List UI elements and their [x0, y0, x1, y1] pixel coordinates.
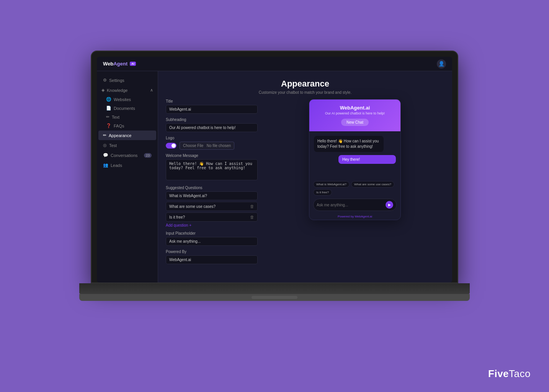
laptop-base: [79, 283, 470, 294]
logo-label: Logo: [166, 136, 258, 140]
laptop-bottom: [79, 294, 470, 301]
content-area: Title Subheading Logo: [158, 99, 452, 283]
chat-widget-preview: WebAgent.ai Our AI powered chatbot is he…: [309, 99, 401, 220]
logo-section: Logo Choose File No file chosen: [166, 136, 258, 150]
sidebar-item-text[interactable]: ✏ Text: [97, 113, 158, 121]
user-icon-button[interactable]: 👤: [437, 59, 446, 69]
preview-panel: WebAgent.ai Our AI powered chatbot is he…: [265, 99, 444, 275]
laptop-notch: [252, 296, 297, 299]
conversations-icon: 💬: [103, 153, 108, 158]
chat-powered-by: Powered by WebAgent.ai: [309, 213, 400, 220]
chat-input-field[interactable]: [317, 203, 383, 207]
suggestion-chip-2[interactable]: What are some use cases?: [351, 181, 394, 188]
logo-text: WebAgent: [103, 61, 127, 67]
chat-header-title: WebAgent.ai: [314, 105, 396, 111]
sidebar-item-websites[interactable]: 🌐 Websites: [97, 95, 158, 104]
knowledge-icon: ◈: [101, 88, 105, 93]
powered-by-section: Powered By: [166, 250, 258, 264]
title-input[interactable]: [166, 105, 258, 114]
page-subtitle: Customize your chatbot to match your bra…: [166, 90, 444, 95]
suggestion-chip-1[interactable]: What is WebAgent.ai?: [313, 181, 350, 188]
suggested-q3-text: Is it free?: [169, 215, 185, 219]
app-logo: WebAgent AI: [103, 61, 136, 67]
input-placeholder-section: Input Placeholder: [166, 231, 258, 246]
leads-label: Leads: [111, 163, 122, 168]
knowledge-label-wrap: ◈ Knowledge: [101, 88, 127, 93]
sidebar-item-documents[interactable]: 📄 Documents: [97, 104, 158, 113]
logo-agent: Agent: [113, 61, 127, 67]
documents-label: Documents: [114, 106, 135, 111]
title-label: Title: [166, 99, 258, 103]
powered-link[interactable]: WebAgent.ai: [355, 215, 372, 218]
send-button[interactable]: ▶: [386, 201, 393, 209]
top-bar: WebAgent AI 👤: [97, 57, 452, 71]
delete-q2-button[interactable]: 🗑: [250, 204, 254, 209]
chat-bot-message: Hello there! 👋 How can I assist you toda…: [314, 136, 384, 152]
text-label: Text: [112, 115, 119, 119]
sidebar-item-settings[interactable]: ⚙ Settings: [98, 75, 156, 85]
test-icon: ◎: [103, 143, 107, 148]
brand-five: Five: [488, 368, 509, 379]
settings-icon: ⚙: [103, 78, 107, 83]
logo-toggle[interactable]: [166, 143, 176, 149]
test-label: Test: [109, 143, 117, 148]
text-icon: ✏: [106, 114, 109, 119]
powered-by-label: Powered By: [166, 250, 258, 254]
add-question-button[interactable]: Add question +: [166, 223, 258, 227]
laptop-screen: WebAgent AI 👤 ⚙ Settings: [91, 51, 458, 283]
form-panel: Title Subheading Logo: [166, 99, 258, 275]
conversations-badge: 23: [144, 153, 152, 158]
chat-input-row: ▶: [313, 199, 397, 211]
faqs-label: FAQs: [114, 124, 124, 128]
desktop-background: FiveTaco WebAgent AI 👤: [0, 0, 549, 392]
welcome-message-textarea[interactable]: Hello there! 👋 How can I assist you toda…: [166, 159, 258, 180]
powered-text: Powered by: [338, 215, 354, 218]
sidebar-item-leads[interactable]: 👥 Leads: [98, 160, 156, 170]
sidebar-item-conversations[interactable]: 💬 Conversations 23: [98, 150, 156, 160]
chat-messages: Hello there! 👋 How can I assist you toda…: [309, 131, 400, 181]
sidebar-item-test[interactable]: ◎ Test: [98, 140, 156, 150]
chat-header-subtitle: Our AI powered chatbot is here to help!: [314, 111, 396, 115]
suggested-q2-text: What are some use cases?: [169, 204, 216, 209]
faqs-icon: ❓: [106, 123, 111, 128]
logo-web: Web: [103, 61, 113, 67]
suggested-questions-label: Suggested Questions: [166, 186, 258, 190]
sidebar: ⚙ Settings ◈ Knowledge ∧ 🌐 We: [97, 71, 158, 283]
chat-header: WebAgent.ai Our AI powered chatbot is he…: [309, 100, 400, 131]
input-placeholder-input[interactable]: [166, 237, 258, 246]
suggested-q-item-2: What are some use cases? 🗑: [166, 202, 258, 211]
main-content: Appearance Customize your chatbot to mat…: [158, 71, 452, 283]
laptop-wrapper: WebAgent AI 👤 ⚙ Settings: [79, 51, 470, 341]
suggestion-chip-3[interactable]: Is it free?: [313, 189, 332, 196]
suggested-q1-text: What is WebAgent.ai?: [169, 194, 207, 198]
suggested-q-item-1: What is WebAgent.ai?: [166, 191, 258, 200]
chat-suggestions: What is WebAgent.ai? What are some use c…: [309, 181, 400, 199]
file-input-label[interactable]: Choose File No file chosen: [180, 142, 234, 150]
delete-q3-button[interactable]: 🗑: [250, 215, 254, 219]
sidebar-settings-label: Settings: [109, 78, 124, 83]
appearance-icon: ✏: [103, 133, 106, 138]
add-question-label: Add question +: [166, 223, 191, 227]
sidebar-item-faqs[interactable]: ❓ FAQs: [97, 121, 158, 130]
subheading-section: Subheading: [166, 118, 258, 132]
new-chat-button[interactable]: New Chat: [341, 119, 369, 126]
screen-inner: WebAgent AI 👤 ⚙ Settings: [97, 57, 452, 283]
sidebar-knowledge-label: Knowledge: [107, 88, 127, 93]
logo-badge: AI: [130, 62, 136, 66]
sidebar-item-appearance[interactable]: ✏ Appearance: [98, 131, 156, 140]
logo-toggle-row: Choose File No file chosen: [166, 142, 258, 150]
brand-taco: Taco: [509, 368, 531, 379]
websites-icon: 🌐: [106, 97, 111, 102]
page-header: Appearance Customize your chatbot to mat…: [158, 71, 452, 99]
chat-user-message: Hey there!: [338, 155, 396, 164]
sidebar-knowledge-header[interactable]: ◈ Knowledge ∧: [97, 85, 158, 95]
leads-icon: 👥: [103, 163, 108, 168]
welcome-message-label: Welcome Message: [166, 154, 258, 158]
page-title: Appearance: [166, 79, 444, 89]
appearance-label: Appearance: [109, 133, 131, 138]
input-placeholder-label: Input Placeholder: [166, 231, 258, 235]
powered-by-input[interactable]: [166, 255, 258, 264]
subheading-input[interactable]: [166, 123, 258, 132]
chevron-up-icon: ∧: [150, 88, 153, 93]
fivetaco-brand: FiveTaco: [488, 368, 531, 380]
